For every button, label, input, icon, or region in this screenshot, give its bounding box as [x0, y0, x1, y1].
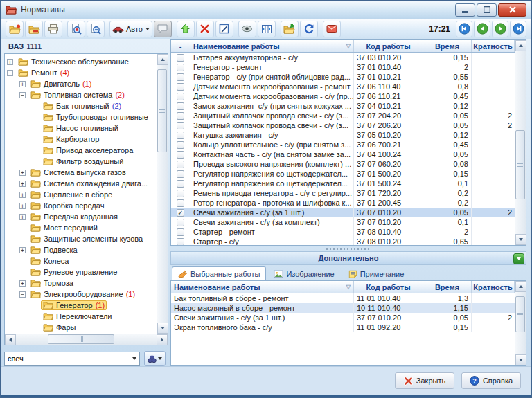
previous-record-button[interactable]: [474, 21, 490, 37]
tab-selected-works[interactable]: Выбранные работы: [172, 266, 266, 280]
table-row[interactable]: Датчик момента искрообразования - ремонт…: [171, 82, 515, 91]
checkbox[interactable]: [177, 83, 184, 91]
tree-node[interactable]: Переключатели: [41, 311, 114, 321]
tree-item[interactable]: +Передача карданная: [5, 211, 157, 222]
table-row[interactable]: Регулятор напряжения со щеткодержател...…: [171, 169, 515, 179]
column-time[interactable]: Время: [423, 40, 472, 52]
tree-item[interactable]: +Система выпуска газов: [5, 167, 157, 178]
scroll-thumb[interactable]: [157, 69, 167, 152]
tree-item[interactable]: +Техническое обслуживание: [5, 56, 157, 67]
checkbox[interactable]: [177, 219, 184, 226]
message-button[interactable]: [323, 21, 341, 37]
row-check-cell[interactable]: [171, 198, 190, 208]
tree-item[interactable]: Карбюратор: [5, 134, 157, 145]
tree-vertical-scrollbar[interactable]: [157, 54, 168, 334]
first-record-button[interactable]: [456, 21, 472, 37]
scroll-up-button[interactable]: [515, 40, 526, 51]
expand-plus-icon[interactable]: +: [19, 170, 26, 176]
tree-item[interactable]: +Система охлаждения двига...: [5, 178, 157, 189]
collapse-minus-icon[interactable]: −: [7, 70, 13, 76]
scroll-thumb[interactable]: [48, 334, 114, 344]
table-row[interactable]: Генератор - с/у (при снятой облицовке ра…: [171, 72, 515, 82]
minimize-button[interactable]: [455, 3, 475, 17]
columns-button[interactable]: [258, 21, 276, 37]
tree-item[interactable]: Трубопроводы топливные: [5, 111, 157, 123]
tree-item[interactable]: −Ремонт(4): [5, 67, 157, 78]
export-button[interactable]: [281, 21, 299, 37]
panel-splitter[interactable]: [170, 246, 526, 251]
tree-item[interactable]: Мост передний: [5, 222, 157, 233]
move-up-button[interactable]: [177, 21, 195, 37]
row-check-cell[interactable]: ✓: [171, 208, 190, 217]
checkbox[interactable]: [177, 64, 184, 71]
new-folder-button[interactable]: [6, 21, 24, 37]
scroll-down-button[interactable]: [157, 323, 168, 334]
next-record-button[interactable]: [492, 21, 508, 37]
auto-dropdown[interactable]: Авто: [109, 21, 152, 37]
table-row[interactable]: Ротор генератора - проточка и шлифовка к…: [171, 198, 515, 208]
checked-checkbox[interactable]: ✓: [177, 209, 184, 217]
expand-plus-icon[interactable]: +: [19, 280, 26, 287]
tree-item[interactable]: Колеса: [5, 255, 157, 266]
table-row[interactable]: Датчик момента искрообразования - с/у (п…: [171, 91, 515, 101]
scroll-left-button[interactable]: [5, 334, 16, 345]
tree-item[interactable]: Генератор(1): [5, 300, 157, 311]
refresh-button[interactable]: [300, 21, 318, 37]
search-input[interactable]: [5, 354, 129, 363]
scroll-thumb[interactable]: [515, 130, 525, 199]
row-check-cell[interactable]: [171, 188, 190, 198]
tree-node[interactable]: Привод акселератора: [41, 145, 135, 155]
expand-plus-icon[interactable]: +: [7, 59, 13, 65]
row-check-cell[interactable]: [171, 140, 190, 150]
tree-node-selected[interactable]: Генератор(1): [41, 300, 107, 310]
close-dialog-button[interactable]: Закрыть: [395, 372, 454, 389]
tree-node[interactable]: Рулевое управление: [28, 267, 119, 277]
table-row[interactable]: Стартер - с/у37 08 010.200,65: [171, 237, 515, 245]
scroll-up-button[interactable]: [515, 281, 526, 292]
tree-node[interactable]: Передача карданная: [28, 212, 120, 221]
tree-item[interactable]: Защитные элементы кузова: [5, 233, 157, 244]
checkbox[interactable]: [177, 238, 184, 246]
tree-item[interactable]: Привод акселератора: [5, 145, 157, 156]
checkbox[interactable]: [177, 190, 184, 197]
row-check-cell[interactable]: [171, 179, 190, 188]
checkbox[interactable]: [177, 122, 184, 129]
table-row[interactable]: Замок зажигания- с/у (при снятых кожухах…: [171, 101, 515, 111]
checkbox[interactable]: [177, 180, 184, 188]
tree-item[interactable]: Фары: [5, 322, 157, 333]
table-row[interactable]: Насос масляный в сборе - ремонт10 11 010…: [171, 303, 515, 313]
checkbox[interactable]: [177, 228, 184, 236]
column-work-code[interactable]: Код работы: [354, 281, 423, 293]
row-check-cell[interactable]: [171, 217, 190, 227]
view-button[interactable]: [238, 21, 256, 37]
tree-node[interactable]: Техническое обслуживание: [16, 57, 131, 66]
tree-horizontal-scrollbar[interactable]: [5, 334, 168, 345]
row-check-cell[interactable]: [171, 111, 190, 120]
combo-dropdown-icon[interactable]: [129, 352, 139, 365]
table-row[interactable]: Контактная часть - с/у (на снятом замке …: [171, 150, 515, 159]
checkbox[interactable]: [177, 112, 184, 120]
column-multiplicity[interactable]: Кратность: [472, 281, 515, 293]
column-work-name[interactable]: Наименование работы▽: [190, 40, 354, 52]
tree-item[interactable]: +Коробка передач: [5, 200, 157, 211]
tab-note[interactable]: Примечание: [342, 266, 411, 280]
last-record-button[interactable]: [510, 21, 526, 37]
tree-node[interactable]: Колеса: [28, 256, 71, 266]
row-check-cell[interactable]: [171, 62, 190, 72]
expand-plus-icon[interactable]: +: [19, 192, 26, 198]
row-check-cell[interactable]: [171, 101, 190, 111]
tree-node[interactable]: Насос топливный: [41, 123, 121, 133]
column-time[interactable]: Время: [423, 281, 472, 293]
tree-item[interactable]: Рулевое управление: [5, 266, 157, 278]
tree-item[interactable]: −Электрооборудование(1): [5, 289, 157, 300]
tree-item[interactable]: Фильтр воздушный: [5, 156, 157, 167]
print-button[interactable]: [44, 21, 62, 37]
checkbox[interactable]: [177, 199, 184, 207]
expand-plus-icon[interactable]: +: [19, 214, 26, 220]
checkbox[interactable]: [177, 102, 184, 110]
collapse-panel-button[interactable]: [513, 253, 524, 264]
tree-node[interactable]: Ремонт(4): [16, 68, 71, 78]
checkbox[interactable]: [177, 161, 184, 168]
tab-image[interactable]: Изображение: [267, 266, 340, 280]
table-row[interactable]: Свечи зажигания - с/у (за комплект)37 07…: [171, 217, 515, 227]
